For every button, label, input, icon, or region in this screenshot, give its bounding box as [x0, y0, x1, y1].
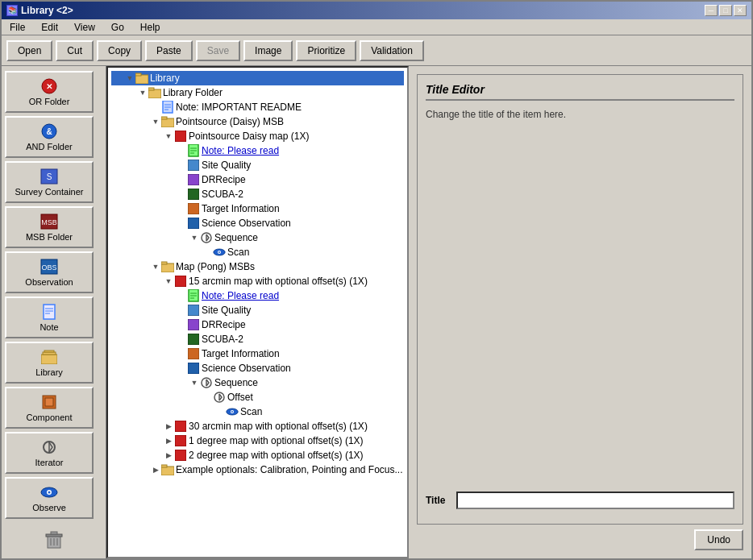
toggle-library-folder[interactable]: ▼	[137, 87, 148, 98]
tree-row-pointsource-daisy[interactable]: ▼ Pointsource (Daisy) MSB	[111, 114, 404, 129]
minimize-button[interactable]: ─	[705, 5, 718, 16]
site-quality-2-icon	[187, 304, 200, 317]
tree-row-library[interactable]: ▼ Library	[111, 71, 404, 85]
tree-row-library-folder[interactable]: ▼ Library Folder	[111, 85, 404, 100]
cut-button[interactable]: Cut	[56, 40, 94, 61]
tree-row-15arcmin[interactable]: ▼ 15 arcmin map with optional offset(s) …	[111, 274, 404, 288]
tree-row-site-quality-1[interactable]: ▶ Site Quality	[111, 158, 404, 172]
svg-rect-47	[188, 189, 199, 200]
msb-folder-button[interactable]: MSB MSB Folder	[5, 206, 94, 248]
tree-row-pointsource-map[interactable]: ▼ Pointsource Daisy map (1X)	[111, 129, 404, 143]
tree-row-note-please-read-2[interactable]: ▶ Note: Please read	[111, 288, 404, 303]
tree-row-scan-1[interactable]: ▶ Scan	[111, 245, 404, 259]
menu-edit[interactable]: Edit	[36, 20, 63, 35]
observe-button[interactable]: Observe	[5, 477, 94, 519]
tree-row-sequence-1[interactable]: ▼ Sequence	[111, 230, 404, 245]
tree-row-30arcmin[interactable]: ▶ 30 arcmin map with optional offset(s) …	[111, 419, 404, 433]
save-button[interactable]: Save	[196, 40, 240, 61]
tree-row-scan-2[interactable]: ▶ Scan	[111, 404, 404, 419]
validation-button[interactable]: Validation	[360, 40, 424, 61]
open-button[interactable]: Open	[6, 40, 52, 61]
iterator-label: Iterator	[35, 458, 64, 467]
observation-icon: OBS	[40, 258, 58, 276]
note-button[interactable]: Note	[5, 297, 94, 338]
tree-row-sequence-2[interactable]: ▼ Sequence	[111, 375, 404, 390]
note-please-read-1-icon	[187, 144, 200, 157]
tree-row-target-info-2[interactable]: ▶ Target Information	[111, 346, 404, 361]
svg-rect-75	[175, 435, 186, 446]
tree-row-site-quality-2[interactable]: ▶ Site Quality	[111, 303, 404, 317]
tree-label-scuba2-1: SCUBA-2	[202, 189, 243, 200]
tree-row-drrecipe-2[interactable]: ▶ DRRecipe	[111, 317, 404, 332]
toggle-example[interactable]: ▶	[150, 464, 161, 475]
tree-row-scuba2-2[interactable]: ▶ SCUBA-2	[111, 332, 404, 346]
tree-label-offset: Offset	[227, 392, 253, 403]
toggle-map-pong[interactable]: ▼	[150, 261, 161, 272]
component-button[interactable]: Component	[5, 387, 94, 429]
tree-row-map-pong[interactable]: ▼ Map (Pong) MSBs	[111, 259, 404, 274]
trash-icon[interactable]	[43, 528, 65, 550]
close-button[interactable]: ✕	[734, 5, 747, 16]
observation-button[interactable]: OBS Observation	[5, 251, 94, 293]
menu-help[interactable]: Help	[135, 20, 165, 35]
component-label: Component	[27, 413, 73, 422]
toggle-sequence-2[interactable]: ▼	[189, 377, 200, 388]
menu-view[interactable]: View	[69, 20, 100, 35]
tree-label-map-pong: Map (Pong) MSBs	[176, 261, 255, 272]
tree-node-library-root: ▼ Library ▼	[111, 71, 404, 477]
svg-rect-48	[188, 203, 199, 214]
tree-row-1deg[interactable]: ▶ 1 degree map with optional offset(s) (…	[111, 433, 404, 448]
tree-label-pointsource-daisy: Pointsource (Daisy) MSB	[176, 116, 284, 127]
menu-go[interactable]: Go	[106, 20, 129, 35]
maximize-button[interactable]: □	[719, 5, 732, 16]
copy-button[interactable]: Copy	[97, 40, 142, 61]
tree-row-offset[interactable]: ▶ Offset	[111, 390, 404, 404]
tree-row-example-optionals[interactable]: ▶ Example optionals: Calibration, Pointi…	[111, 463, 404, 477]
image-button[interactable]: Image	[243, 40, 293, 61]
sequence-1-icon	[200, 231, 213, 244]
toggle-pointsource-daisy[interactable]: ▼	[150, 116, 161, 127]
svg-rect-32	[148, 89, 161, 98]
tree-row-target-info-1[interactable]: ▶ Target Information	[111, 201, 404, 216]
tree-row-drrecipe-1[interactable]: ▶ DRRecipe	[111, 172, 404, 187]
svg-point-23	[48, 492, 51, 494]
tree-label-scuba2-2: SCUBA-2	[202, 334, 243, 345]
prioritize-button[interactable]: Prioritize	[296, 40, 356, 61]
toggle-2deg[interactable]: ▶	[163, 450, 174, 461]
menubar: File Edit View Go Help	[2, 19, 751, 35]
tree-row-science-obs-1[interactable]: ▶ Science Observation	[111, 216, 404, 230]
library-button[interactable]: Library	[5, 342, 94, 384]
svg-rect-18	[45, 398, 53, 406]
iterator-button[interactable]: Iterator	[5, 432, 94, 474]
or-folder-button[interactable]: ✕ OR Folder	[5, 71, 94, 113]
toggle-sequence-1[interactable]: ▼	[189, 232, 200, 243]
component-icon	[40, 393, 58, 411]
tree-row-scuba2-1[interactable]: ▶ SCUBA-2	[111, 187, 404, 201]
menu-file[interactable]: File	[5, 20, 30, 35]
tree-label-note-please-read-1: Note: Please read	[202, 145, 279, 156]
survey-container-button[interactable]: S Survey Container	[5, 161, 94, 203]
paste-button[interactable]: Paste	[145, 40, 193, 61]
tree-row-note-please-read-1[interactable]: ▶ Note: Please read	[111, 143, 404, 158]
note-readme-icon	[161, 101, 174, 114]
svg-rect-64	[188, 334, 199, 345]
toggle-pointsource-map[interactable]: ▼	[163, 131, 174, 142]
tree-row-2deg[interactable]: ▶ 2 degree map with optional offset(s) (…	[111, 448, 404, 463]
title-input[interactable]	[456, 492, 734, 509]
toggle-15arcmin[interactable]: ▼	[163, 276, 174, 287]
editor-bottom: Undo	[417, 525, 743, 550]
tree-row-note-readme[interactable]: ▶ Note: IMPORTANT README	[111, 100, 404, 114]
tree-panel[interactable]: ▼ Library ▼	[106, 66, 409, 558]
and-folder-button[interactable]: & AND Folder	[5, 116, 94, 158]
svg-rect-56	[161, 262, 167, 264]
undo-button[interactable]: Undo	[694, 529, 743, 550]
toggle-30arcmin[interactable]: ▶	[163, 421, 174, 432]
drrecipe-1-icon	[187, 173, 200, 186]
toggle-1deg[interactable]: ▶	[163, 435, 174, 446]
tree-row-science-obs-2[interactable]: ▶ Science Observation	[111, 361, 404, 375]
library-icon	[40, 348, 58, 366]
svg-text:&: &	[46, 127, 52, 136]
svg-rect-63	[188, 319, 199, 330]
tree-label-example-optionals: Example optionals: Calibration, Pointing…	[176, 464, 403, 475]
tree-toggle-library[interactable]: ▼	[124, 73, 135, 84]
